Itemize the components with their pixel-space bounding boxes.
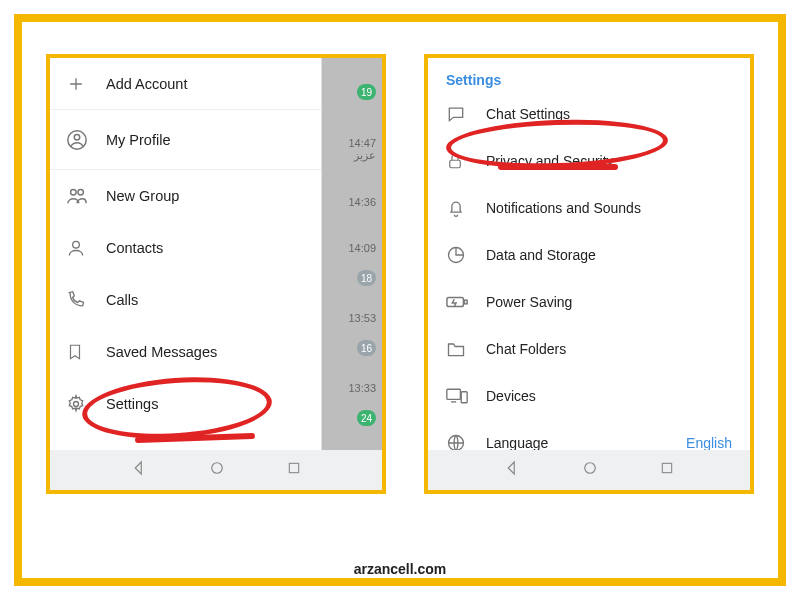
bookmark-icon bbox=[66, 342, 106, 362]
chat-row: 14:36 bbox=[328, 178, 376, 226]
drawer-my-profile[interactable]: My Profile bbox=[50, 110, 321, 170]
settings-list: Settings Chat Settings Privacy and Secur… bbox=[428, 58, 750, 450]
chat-time: 14:36 bbox=[348, 196, 376, 208]
svg-point-1 bbox=[74, 135, 80, 141]
chat-icon bbox=[446, 104, 486, 124]
user-circle-icon bbox=[66, 129, 106, 151]
drawer-add-account[interactable]: Add Account bbox=[50, 58, 321, 110]
svg-point-15 bbox=[585, 463, 596, 474]
drawer-item-label: My Profile bbox=[106, 132, 170, 148]
setting-folders[interactable]: Chat Folders bbox=[428, 325, 750, 372]
lock-icon bbox=[446, 151, 486, 171]
person-icon bbox=[66, 238, 106, 258]
android-navbar bbox=[50, 450, 382, 490]
svg-point-3 bbox=[78, 190, 84, 196]
chat-time: 14:47 bbox=[348, 137, 376, 149]
svg-rect-7 bbox=[289, 463, 298, 472]
chat-row: 13:53 16 bbox=[328, 308, 376, 356]
back-icon[interactable] bbox=[503, 459, 521, 481]
plus-icon bbox=[66, 74, 106, 94]
recent-icon[interactable] bbox=[659, 460, 675, 480]
devices-icon bbox=[446, 387, 486, 405]
svg-point-5 bbox=[74, 402, 79, 407]
chat-row: 14:47 عزیز bbox=[328, 114, 376, 162]
battery-icon bbox=[446, 295, 486, 309]
chat-row: 14:09 18 bbox=[328, 238, 376, 286]
setting-label: Devices bbox=[486, 388, 536, 404]
bell-icon bbox=[446, 198, 486, 218]
phone-icon bbox=[66, 290, 106, 310]
setting-label: Language bbox=[486, 435, 548, 451]
gear-icon bbox=[66, 394, 106, 414]
chat-time: 13:53 bbox=[348, 312, 376, 324]
drawer-item-label: Calls bbox=[106, 292, 138, 308]
setting-power[interactable]: Power Saving bbox=[428, 278, 750, 325]
setting-notifications[interactable]: Notifications and Sounds bbox=[428, 184, 750, 231]
highlight-underline bbox=[498, 164, 618, 170]
drawer-contacts[interactable]: Contacts bbox=[50, 222, 321, 274]
drawer-calls[interactable]: Calls bbox=[50, 274, 321, 326]
svg-point-2 bbox=[71, 190, 77, 196]
drawer-saved-messages[interactable]: Saved Messages bbox=[50, 326, 321, 378]
chat-time: 13:33 bbox=[348, 382, 376, 394]
chat-time: 14:09 bbox=[348, 242, 376, 254]
unread-badge: 19 bbox=[357, 84, 376, 100]
right-screenshot: Settings Chat Settings Privacy and Secur… bbox=[424, 54, 754, 494]
android-navbar bbox=[428, 450, 750, 490]
setting-chat[interactable]: Chat Settings bbox=[428, 90, 750, 137]
setting-value: English bbox=[686, 435, 732, 451]
drawer-item-label: Contacts bbox=[106, 240, 163, 256]
svg-rect-12 bbox=[447, 389, 461, 399]
home-icon[interactable] bbox=[208, 459, 226, 481]
folder-icon bbox=[446, 340, 486, 358]
drawer-settings[interactable]: Settings bbox=[50, 378, 321, 430]
drawer-item-label: Add Account bbox=[106, 76, 187, 92]
navigation-drawer: Add Account My Profile New Group bbox=[50, 58, 322, 450]
setting-privacy[interactable]: Privacy and Security bbox=[428, 137, 750, 184]
pie-icon bbox=[446, 245, 486, 265]
svg-point-6 bbox=[212, 463, 223, 474]
home-icon[interactable] bbox=[581, 459, 599, 481]
left-screenshot: 19 14:47 عزیز 14:36 14:09 18 13:53 16 bbox=[46, 54, 386, 494]
drawer-item-label: Settings bbox=[106, 396, 158, 412]
chat-list-background: 19 14:47 عزیز 14:36 14:09 18 13:53 16 bbox=[322, 58, 382, 450]
svg-rect-11 bbox=[464, 300, 467, 304]
drawer-item-label: New Group bbox=[106, 188, 179, 204]
outer-frame: 19 14:47 عزیز 14:36 14:09 18 13:53 16 bbox=[14, 14, 786, 586]
setting-label: Notifications and Sounds bbox=[486, 200, 641, 216]
recent-icon[interactable] bbox=[286, 460, 302, 480]
back-icon[interactable] bbox=[130, 459, 148, 481]
drawer-item-label: Saved Messages bbox=[106, 344, 217, 360]
unread-badge: 16 bbox=[357, 340, 376, 356]
svg-point-4 bbox=[73, 241, 80, 248]
setting-label: Power Saving bbox=[486, 294, 572, 310]
unread-badge: 18 bbox=[357, 270, 376, 286]
settings-header: Settings bbox=[428, 66, 750, 90]
setting-data[interactable]: Data and Storage bbox=[428, 231, 750, 278]
watermark: arzancell.com bbox=[22, 561, 778, 577]
svg-rect-16 bbox=[662, 463, 671, 472]
drawer-new-group[interactable]: New Group bbox=[50, 170, 321, 222]
setting-label: Data and Storage bbox=[486, 247, 596, 263]
chat-preview: عزیز bbox=[354, 149, 376, 162]
people-icon bbox=[66, 185, 106, 207]
setting-label: Chat Settings bbox=[486, 106, 570, 122]
unread-badge: 24 bbox=[357, 410, 376, 426]
setting-label: Chat Folders bbox=[486, 341, 566, 357]
setting-devices[interactable]: Devices bbox=[428, 372, 750, 419]
chat-row: 19 bbox=[328, 60, 376, 108]
svg-rect-8 bbox=[450, 160, 461, 168]
chat-row: 13:33 24 bbox=[328, 378, 376, 426]
svg-rect-13 bbox=[461, 391, 467, 402]
